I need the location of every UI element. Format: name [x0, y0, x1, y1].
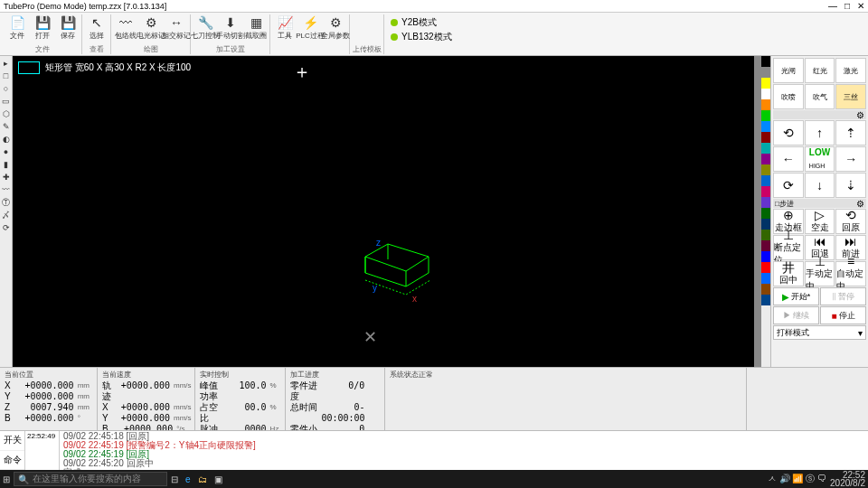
- draw-tool-12[interactable]: 〆: [1, 211, 11, 221]
- layer-color[interactable]: [761, 295, 770, 305]
- layer-color[interactable]: [761, 175, 770, 186]
- panel-btn[interactable]: ⇣: [835, 173, 866, 198]
- laser-mark-button[interactable]: ⚙电光标记: [139, 14, 163, 41]
- status-panel: 实时控制峰值功率100.0%占空比00.0%脉冲频率0000Hz: [195, 368, 286, 430]
- log-output: 09/02 22:45:18 [回原]09/02 22:45:19 [报警编号2…: [60, 431, 868, 470]
- panel-btn[interactable]: 光闸: [773, 58, 804, 83]
- select-button[interactable]: ↖选择: [85, 14, 108, 41]
- mode-toggle[interactable]: Y2B模式: [391, 16, 452, 29]
- file-button[interactable]: 📄文件: [5, 14, 29, 41]
- panel-btn[interactable]: 井回中: [773, 261, 804, 286]
- panel-btn[interactable]: ↑: [805, 120, 835, 145]
- draw-tool-1[interactable]: □: [1, 71, 11, 81]
- panel-btn[interactable]: 吹气: [805, 84, 835, 109]
- panel-btn[interactable]: ⊥手动定中: [805, 261, 835, 286]
- taskbar-clock[interactable]: 22:522020/8/2: [830, 471, 865, 487]
- layer-color[interactable]: [761, 284, 770, 295]
- layer-color[interactable]: [761, 56, 770, 67]
- panel-btn[interactable]: ⊥断点定位: [773, 235, 804, 260]
- capture-button[interactable]: ▦截取圈: [244, 14, 268, 41]
- start-button[interactable]: ⊞: [3, 474, 10, 484]
- panel-btn[interactable]: 红光: [805, 58, 835, 83]
- tools-button[interactable]: 📈工具: [273, 14, 297, 41]
- explorer-icon[interactable]: 🗂: [198, 474, 207, 484]
- close-button[interactable]: ✕: [857, 1, 864, 11]
- taskbar-search[interactable]: 🔍 在这里输入你要搜索的内容: [14, 472, 167, 486]
- draw-tool-0[interactable]: ▸: [1, 59, 11, 69]
- layer-color[interactable]: [761, 99, 770, 110]
- layer-color[interactable]: [761, 67, 770, 78]
- layer-color[interactable]: [761, 78, 770, 89]
- layer-color[interactable]: [761, 132, 770, 143]
- draw-tool-3[interactable]: ▭: [1, 97, 11, 107]
- panel-btn[interactable]: ←: [773, 146, 804, 172]
- open-button[interactable]: 💾打开: [31, 14, 54, 41]
- layer-color[interactable]: [761, 164, 770, 175]
- intersect-button[interactable]: ↔相交标记: [165, 14, 188, 41]
- layer-color[interactable]: [761, 262, 770, 273]
- svg-text:y: y: [373, 283, 377, 293]
- layer-color[interactable]: [761, 208, 770, 219]
- plc-button[interactable]: ⚡PLC过程: [298, 14, 322, 41]
- layer-color[interactable]: [761, 121, 770, 132]
- panel-btn[interactable]: ⟲回原: [835, 209, 866, 234]
- panel-btn[interactable]: ⟲: [773, 120, 804, 145]
- layer-color[interactable]: [761, 219, 770, 230]
- log-tab-cmd[interactable]: 命令: [0, 451, 24, 471]
- manual-cut-button[interactable]: ⬇手动切割: [219, 14, 242, 41]
- panel-btn[interactable]: →: [835, 146, 866, 172]
- object-label: 矩形管 宽60 X 高30 X R2 X 长度100: [45, 61, 191, 74]
- panel-btn[interactable]: 激光: [835, 58, 866, 83]
- draw-tool-10[interactable]: 〰: [1, 185, 11, 195]
- app-icon[interactable]: ▣: [214, 474, 222, 484]
- draw-tool-2[interactable]: ○: [1, 84, 11, 94]
- global-params-button[interactable]: ⚙全局参数: [324, 14, 347, 41]
- draw-tool-8[interactable]: ▮: [1, 160, 11, 170]
- viewport[interactable]: 矩形管 宽60 X 高30 X R2 X 长度100 ＋ y x z ✕: [13, 56, 761, 367]
- layer-color[interactable]: [761, 240, 770, 251]
- draw-tool-11[interactable]: Ⓣ: [1, 198, 11, 208]
- edge-icon[interactable]: e: [185, 474, 191, 484]
- stop-button[interactable]: ■停止: [820, 306, 866, 324]
- status-panel: 系统状态正常: [385, 368, 747, 430]
- tray-icons[interactable]: ㅅ 🔊 📶 ⓢ 🗨: [768, 473, 826, 485]
- panel-btn[interactable]: ↓: [805, 173, 835, 198]
- continue-button[interactable]: ▶ 继续: [773, 306, 819, 324]
- log-tab-switch[interactable]: 开关: [0, 431, 24, 451]
- status-panel: 当前速度轨迹+0000.000mm/sX+0000.000mm/sY+0000.…: [98, 368, 195, 430]
- mode-toggle[interactable]: YLB132模式: [391, 31, 452, 43]
- draw-tool-6[interactable]: ◐: [1, 135, 11, 145]
- panel-btn[interactable]: ≡自动定中: [835, 261, 866, 286]
- panel-btn[interactable]: LOWHIGH: [805, 146, 835, 172]
- envelope-button[interactable]: 〰包络线: [114, 14, 137, 41]
- draw-tool-4[interactable]: ⬡: [1, 109, 11, 119]
- mode-dropdown[interactable]: 打样模式▾: [773, 325, 866, 340]
- draw-tool-9[interactable]: ✚: [1, 173, 11, 183]
- draw-tool-7[interactable]: ●: [1, 147, 11, 157]
- viewport-scrollbar[interactable]: [754, 56, 761, 367]
- layer-color[interactable]: [761, 273, 770, 284]
- layer-color[interactable]: [761, 143, 770, 154]
- save-button[interactable]: 💾保存: [56, 14, 80, 41]
- pause-button[interactable]: ‖ 暂停: [820, 287, 866, 305]
- object-thumb: [18, 61, 40, 74]
- cut-control-button[interactable]: 🔧七刀控制: [193, 14, 217, 41]
- panel-btn[interactable]: ▷空走: [805, 209, 835, 234]
- maximize-button[interactable]: □: [844, 1, 850, 11]
- minimize-button[interactable]: —: [828, 1, 837, 11]
- layer-color[interactable]: [761, 110, 770, 121]
- layer-color[interactable]: [761, 89, 770, 99]
- panel-btn[interactable]: 三丝: [835, 84, 866, 109]
- panel-btn[interactable]: ⟳: [773, 173, 804, 198]
- layer-color[interactable]: [761, 251, 770, 262]
- draw-tool-13[interactable]: ⟳: [1, 223, 11, 233]
- layer-color[interactable]: [761, 154, 770, 164]
- layer-color[interactable]: [761, 197, 770, 208]
- draw-tool-5[interactable]: ✎: [1, 122, 11, 132]
- layer-color[interactable]: [761, 230, 770, 240]
- task-view-icon[interactable]: ⊟: [171, 474, 178, 484]
- start-button[interactable]: ▶开始*: [773, 287, 819, 305]
- panel-btn[interactable]: ⇡: [835, 120, 866, 145]
- panel-btn[interactable]: 吹喷: [773, 84, 804, 109]
- layer-color[interactable]: [761, 186, 770, 197]
